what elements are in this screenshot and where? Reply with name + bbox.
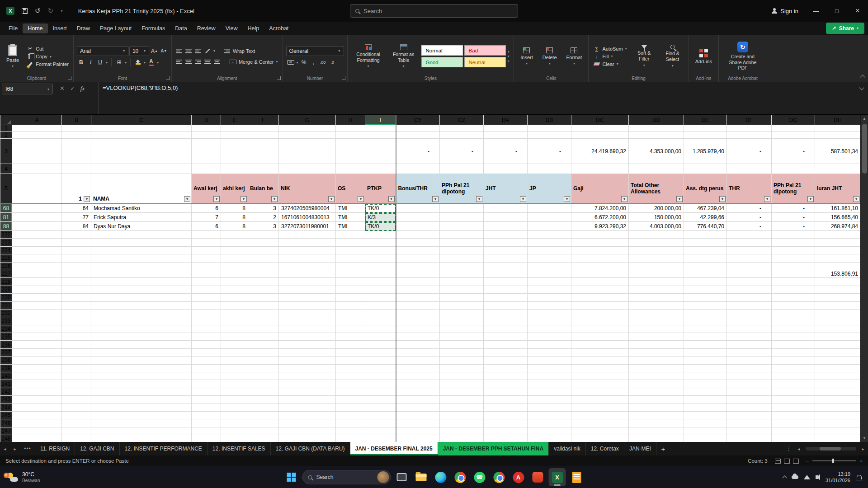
cell-C68[interactable]: Mochamad Santiko [91, 204, 192, 213]
insert-cells-button[interactable]: Insert▾ [517, 47, 536, 66]
cell-E226[interactable] [221, 262, 248, 270]
row-header-243[interactable]: 243 [0, 396, 12, 404]
cell-I2[interactable] [365, 132, 396, 139]
cell-DA81[interactable] [484, 213, 528, 222]
cell-G240[interactable] [279, 372, 336, 380]
sheet-tabs-more-button[interactable]: ••• [20, 442, 35, 455]
row-header-2[interactable]: 2 [0, 132, 12, 139]
tab-insert[interactable]: Insert [48, 23, 72, 33]
hscroll-right-icon[interactable]: ▸ [858, 442, 868, 455]
cell-G247[interactable] [279, 427, 336, 435]
cell-I81[interactable]: K/3 [365, 213, 396, 222]
cell-C225[interactable] [91, 254, 192, 262]
cell-E248[interactable] [221, 435, 248, 442]
cell-DE245[interactable] [684, 411, 727, 419]
cell-A222[interactable] [12, 231, 62, 239]
cell-DB242[interactable] [528, 388, 571, 395]
cell-DA239[interactable] [484, 364, 528, 372]
cell-H231[interactable] [336, 301, 365, 309]
cell-B242[interactable] [62, 388, 91, 395]
cell-B236[interactable] [62, 341, 91, 348]
cell-H236[interactable] [336, 341, 365, 348]
cell-DB244[interactable] [528, 404, 571, 411]
column-header-D[interactable]: D [192, 115, 221, 125]
cell-DF246[interactable] [727, 419, 772, 427]
cell-I242[interactable] [365, 388, 396, 395]
row-header-88[interactable]: 88 [0, 222, 12, 231]
delete-cells-button[interactable]: Delete▾ [539, 47, 560, 66]
cell-H247[interactable] [336, 427, 365, 435]
cell-CY222[interactable] [396, 231, 440, 239]
cell-G230[interactable] [279, 294, 336, 301]
cell-B68[interactable]: 64 [62, 204, 91, 213]
tab-data[interactable]: Data [170, 23, 192, 33]
cell-DG231[interactable] [772, 301, 815, 309]
cell-F236[interactable] [248, 341, 279, 348]
cell-G68[interactable]: 3274020505980004 [279, 204, 336, 213]
cell-DA223[interactable] [484, 239, 528, 246]
cell-DG244[interactable] [772, 404, 815, 411]
cell-I3[interactable] [365, 139, 396, 164]
cell-D244[interactable] [192, 404, 221, 411]
cell-F230[interactable] [248, 294, 279, 301]
cell-DC228[interactable] [571, 278, 629, 286]
cell-DB3[interactable]: - [528, 139, 571, 164]
cell-G235[interactable] [279, 333, 336, 341]
row-header-235[interactable]: 235 [0, 333, 12, 341]
alignment-dialog-launcher[interactable] [277, 76, 281, 80]
align-top-button[interactable] [175, 47, 184, 55]
cell-CY243[interactable] [396, 396, 440, 404]
cell-H230[interactable] [336, 294, 365, 301]
cell-F88[interactable]: 3 [248, 222, 279, 231]
row-header-225[interactable]: 225 [0, 254, 12, 262]
cell-C242[interactable] [91, 388, 192, 395]
cell-B232[interactable] [62, 309, 91, 317]
cell-DC223[interactable] [571, 239, 629, 246]
cell-DB225[interactable] [528, 254, 571, 262]
row-header-241[interactable]: 241 [0, 380, 12, 388]
sheet-tab-11-resign[interactable]: 11. RESIGN [35, 442, 75, 455]
row-header-226[interactable]: 226 [0, 262, 12, 270]
cell-CZ2[interactable] [440, 132, 484, 139]
cell-CY5[interactable]: Bonus/THR▾ [396, 174, 440, 204]
tray-expand-icon[interactable] [782, 476, 787, 480]
cell-DA5[interactable]: JHT▾ [484, 174, 528, 204]
cell-DH238[interactable] [815, 357, 861, 364]
cell-DC231[interactable] [571, 301, 629, 309]
cell-DF1[interactable] [727, 125, 772, 132]
cell-A236[interactable] [12, 341, 62, 348]
cell-CY223[interactable] [396, 239, 440, 246]
cell-A226[interactable] [12, 262, 62, 270]
cell-C239[interactable] [91, 364, 192, 372]
grow-font-button[interactable]: A▲ [150, 47, 159, 55]
cell-B223[interactable] [62, 239, 91, 246]
cell-F224[interactable] [248, 246, 279, 254]
cell-DF3[interactable]: - [727, 139, 772, 164]
cell-H5[interactable]: OS▾ [336, 174, 365, 204]
cell-DB247[interactable] [528, 427, 571, 435]
column-header-A[interactable]: A [12, 115, 62, 125]
cell-DH222[interactable] [815, 231, 861, 239]
cell-F241[interactable] [248, 380, 279, 388]
underline-button[interactable]: U [96, 58, 104, 67]
cell-C246[interactable] [91, 419, 192, 427]
cell-DD238[interactable] [629, 357, 684, 364]
cell-F240[interactable] [248, 372, 279, 380]
cell-E239[interactable] [221, 364, 248, 372]
cell-E234[interactable] [221, 325, 248, 333]
cell-C227[interactable] [91, 270, 192, 277]
cell-CZ237[interactable] [440, 348, 484, 356]
cell-DD226[interactable] [629, 262, 684, 270]
cell-DG233[interactable] [772, 317, 815, 325]
cell-DD245[interactable] [629, 411, 684, 419]
cell-G225[interactable] [279, 254, 336, 262]
cell-A248[interactable] [12, 435, 62, 442]
cell-DC242[interactable] [571, 388, 629, 395]
cell-DC81[interactable]: 6.672.200,00 [571, 213, 629, 222]
cell-DF239[interactable] [727, 364, 772, 372]
cell-DB228[interactable] [528, 278, 571, 286]
row-header-238[interactable]: 238 [0, 357, 12, 364]
cell-B4[interactable] [62, 164, 91, 174]
cell-F226[interactable] [248, 262, 279, 270]
task-view-icon[interactable] [393, 468, 410, 486]
